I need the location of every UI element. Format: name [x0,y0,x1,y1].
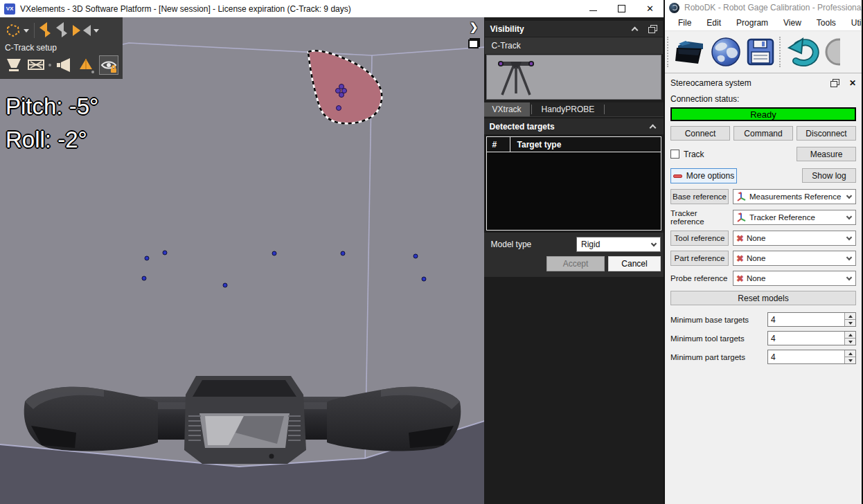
red-x-icon: ✖ [736,234,744,243]
command-button[interactable]: Command [733,126,793,141]
spin-up-icon[interactable] [845,350,855,357]
undock-icon[interactable] [648,25,657,33]
spin-down-icon[interactable] [845,357,855,363]
device-tabbar: VXtrack HandyPROBE [484,102,664,117]
prism-orientation-icon[interactable] [77,55,96,75]
tab-vxtrack[interactable]: VXtrack [484,102,530,116]
toolbar-grip[interactable] [667,37,670,67]
step-back-icon[interactable] [83,25,91,36]
maximize-icon[interactable] [618,5,625,12]
toolbar-section-label: C-Track setup [5,43,118,53]
track-label: Track [684,150,797,159]
part-reference-button[interactable]: Part reference [670,251,729,266]
close-icon[interactable]: ✕ [646,4,654,13]
prev-frame-icon[interactable] [56,22,70,39]
show-log-button[interactable]: Show log [802,168,856,183]
chevron-down-icon [846,192,852,198]
part-reference-value: None [747,254,847,262]
column-header-target-type[interactable]: Target type [510,137,661,152]
menu-utilities[interactable]: Utilities [844,16,862,30]
toolbar-grip[interactable] [779,37,783,67]
ctrack-device-model [24,376,461,464]
menu-program[interactable]: Program [729,16,776,30]
robodk-window-title: RoboDK - Robot Gage Calibration - Profes… [684,3,862,12]
min-part-targets-value[interactable]: 4 [768,350,844,363]
visibility-item-ctrack[interactable]: C-Track [485,37,663,54]
reset-models-button[interactable]: Reset models [670,291,856,305]
undock-icon[interactable] [830,79,839,87]
tab-handyprobe[interactable]: HandyPROBE [533,102,603,116]
undo-icon[interactable] [788,37,819,67]
model-type-label: Model type [491,240,576,249]
menu-edit[interactable]: Edit [699,16,729,30]
spin-down-icon[interactable] [845,338,855,345]
minimize-icon[interactable] [589,10,597,11]
model-type-select[interactable]: Rigid [576,237,661,252]
vxelements-app-icon: VX [4,3,15,15]
detection-volume-icon[interactable] [4,55,23,75]
part-reference-select[interactable]: ✖ None [733,251,856,266]
menu-file[interactable]: File [670,16,699,30]
expand-panel-icon[interactable]: ❯ [470,21,479,33]
cascade-windows-icon[interactable] [468,38,480,48]
track-checkbox[interactable] [670,150,679,159]
detected-targets-header[interactable]: Detected targets [484,118,664,134]
detected-targets-table[interactable]: # Target type [486,136,661,231]
tracker-reference-select[interactable]: Tracker Reference [733,210,856,225]
screen: VX VXelements - 3D Software Platform - [… [0,0,863,504]
min-tool-targets-value[interactable]: 4 [768,332,844,345]
prev-sequence-icon[interactable] [39,22,53,39]
frame-icon [736,212,747,223]
collapse-minus-icon [673,174,682,178]
menu-tools[interactable]: Tools [809,16,844,30]
menu-view[interactable]: View [776,16,809,30]
accept-button[interactable]: Accept [546,256,605,271]
3d-viewport[interactable]: Pitch: -5° Roll: -2° [0,17,484,504]
chevron-down-icon [651,240,657,246]
model-type-section: Model type Rigid Accept Cancel [484,233,664,277]
min-base-targets-value[interactable]: 4 [768,313,844,326]
disconnect-button[interactable]: Disconnect [797,126,856,141]
red-x-icon: ✖ [736,254,744,263]
spin-up-icon[interactable] [845,313,855,319]
connect-button[interactable]: Connect [670,126,730,141]
ctrack-preview[interactable] [486,55,661,100]
stereocamera-panel-title: Stereocamera system [670,78,830,88]
projector-icon[interactable] [55,55,73,75]
min-base-targets-spinner[interactable]: 4 [767,312,856,327]
collapse-icon[interactable] [650,124,657,131]
base-reference-button[interactable]: Base reference [670,189,729,204]
spin-up-icon[interactable] [845,332,855,338]
collapse-icon[interactable] [632,26,639,33]
probe-reference-select[interactable]: ✖ None [733,271,856,286]
save-icon[interactable] [746,37,775,66]
target-dropdown-icon[interactable] [24,29,29,33]
more-options-button[interactable]: More options [670,168,737,183]
model-type-value: Rigid [581,240,652,249]
min-tool-targets-label: Minimum tool targets [670,334,767,343]
nav-dropdown-icon[interactable] [94,29,99,33]
cancel-button[interactable]: Cancel [608,256,661,271]
tool-reference-button[interactable]: Tool reference [670,231,729,246]
min-base-targets-label: Minimum base targets [670,316,767,324]
ctrack-target-icon[interactable] [4,23,21,38]
robodk-app-icon [669,3,679,13]
visibility-eye-button[interactable] [99,55,118,75]
open-file-icon[interactable] [675,37,706,66]
measure-button[interactable]: Measure [797,147,856,161]
play-forward-icon[interactable] [73,25,80,36]
field-of-view-icon[interactable] [26,55,45,75]
tracker-reference-value: Tracker Reference [749,213,847,222]
stereocamera-panel: Stereocamera system ✕ Connection status:… [665,73,862,364]
close-panel-icon[interactable]: ✕ [849,78,856,88]
globe-icon[interactable] [710,36,742,68]
base-reference-select[interactable]: Measurements Reference [733,189,856,204]
visibility-title: Visibility [490,24,632,34]
min-tool-targets-spinner[interactable]: 4 [767,331,856,345]
min-part-targets-spinner[interactable]: 4 [767,350,856,364]
spin-down-icon[interactable] [845,319,855,326]
visibility-panel-header[interactable]: Visibility [485,21,663,37]
ctrack-setup-toolbar: C-Track setup [0,17,123,79]
column-header-number[interactable]: # [487,137,510,152]
tool-reference-select[interactable]: ✖ None [733,231,856,246]
